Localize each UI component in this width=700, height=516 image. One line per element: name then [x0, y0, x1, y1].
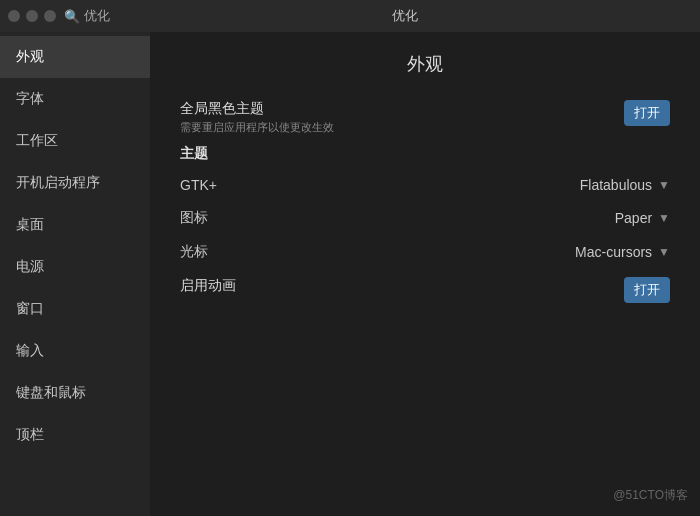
cursor-dropdown[interactable]: Mac-cursors ▼ [470, 244, 670, 260]
window-title: 优化 [118, 7, 692, 25]
cursor-dropdown-arrow: ▼ [658, 245, 670, 259]
sidebar-label-input: 输入 [16, 342, 44, 358]
gtk-dropdown-arrow: ▼ [658, 178, 670, 192]
search-icon: 🔍 [64, 9, 80, 24]
sidebar-label-startup: 开机启动程序 [16, 174, 100, 190]
gtk-row: GTK+ Flatabulous ▼ [180, 177, 670, 193]
theme-section-title: 主题 [180, 145, 670, 163]
global-dark-label: 全局黑色主题 [180, 100, 334, 118]
cursor-row: 光标 Mac-cursors ▼ [180, 243, 670, 261]
icons-value: Paper [615, 210, 652, 226]
global-dark-row: 全局黑色主题 需要重启应用程序以使更改生效 打开 [180, 100, 670, 135]
minimize-button[interactable] [26, 10, 38, 22]
global-dark-toggle[interactable]: 打开 [624, 100, 670, 126]
animation-label: 启用动画 [180, 277, 236, 295]
sidebar-label-workspace: 工作区 [16, 132, 58, 148]
gtk-dropdown[interactable]: Flatabulous ▼ [470, 177, 670, 193]
sidebar-item-startup[interactable]: 开机启动程序 [0, 162, 150, 204]
icons-dropdown-arrow: ▼ [658, 211, 670, 225]
global-dark-labels: 全局黑色主题 需要重启应用程序以使更改生效 [180, 100, 334, 135]
animation-row: 启用动画 打开 [180, 277, 670, 303]
animation-toggle[interactable]: 打开 [624, 277, 670, 303]
sidebar-item-topbar[interactable]: 顶栏 [0, 414, 150, 456]
watermark: @51CTO博客 [613, 487, 688, 504]
icons-label: 图标 [180, 209, 208, 227]
title-bar: 🔍 优化 优化 [0, 0, 700, 32]
sidebar-label-fonts: 字体 [16, 90, 44, 106]
sidebar-item-power[interactable]: 电源 [0, 246, 150, 288]
global-dark-sublabel: 需要重启应用程序以使更改生效 [180, 120, 334, 135]
sidebar-label-topbar: 顶栏 [16, 426, 44, 442]
theme-section: 主题 GTK+ Flatabulous ▼ 图标 Paper ▼ 光标 [180, 145, 670, 303]
sidebar-label-power: 电源 [16, 258, 44, 274]
content-title: 外观 [180, 52, 670, 76]
window-buttons[interactable] [8, 10, 56, 22]
gtk-value: Flatabulous [580, 177, 652, 193]
search-label: 优化 [84, 7, 110, 25]
sidebar-label-keyboard-mouse: 键盘和鼠标 [16, 384, 86, 400]
sidebar-item-workspace[interactable]: 工作区 [0, 120, 150, 162]
sidebar-item-fonts[interactable]: 字体 [0, 78, 150, 120]
cursor-value: Mac-cursors [575, 244, 652, 260]
main-container: 外观 字体 工作区 开机启动程序 桌面 电源 窗口 输入 键盘和鼠标 顶栏 [0, 32, 700, 516]
content-area: 外观 全局黑色主题 需要重启应用程序以使更改生效 打开 主题 GTK+ Flat… [150, 32, 700, 516]
gtk-label: GTK+ [180, 177, 217, 193]
sidebar-item-desktop[interactable]: 桌面 [0, 204, 150, 246]
sidebar-label-appearance: 外观 [16, 48, 44, 64]
sidebar-item-window[interactable]: 窗口 [0, 288, 150, 330]
icons-dropdown[interactable]: Paper ▼ [470, 210, 670, 226]
sidebar-item-input[interactable]: 输入 [0, 330, 150, 372]
sidebar-item-keyboard-mouse[interactable]: 键盘和鼠标 [0, 372, 150, 414]
sidebar-label-desktop: 桌面 [16, 216, 44, 232]
sidebar-label-window: 窗口 [16, 300, 44, 316]
sidebar: 外观 字体 工作区 开机启动程序 桌面 电源 窗口 输入 键盘和鼠标 顶栏 [0, 32, 150, 516]
sidebar-item-appearance[interactable]: 外观 [0, 36, 150, 78]
icons-row: 图标 Paper ▼ [180, 209, 670, 227]
search-area[interactable]: 🔍 优化 [64, 7, 110, 25]
close-button[interactable] [8, 10, 20, 22]
cursor-label: 光标 [180, 243, 208, 261]
maximize-button[interactable] [44, 10, 56, 22]
